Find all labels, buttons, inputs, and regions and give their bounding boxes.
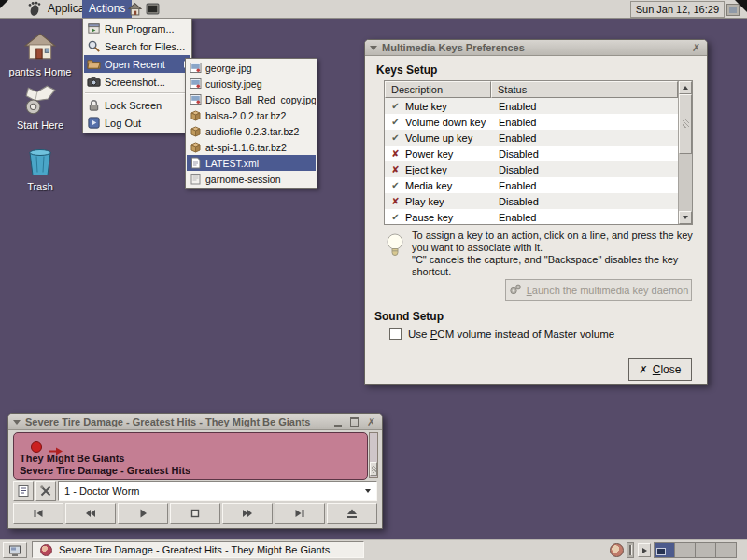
- workspace-3[interactable]: [695, 542, 716, 558]
- play-button[interactable]: [118, 503, 168, 524]
- recent-item-label: audiofile-0.2.3.tar.bz2: [205, 126, 299, 137]
- rewind-button[interactable]: [65, 503, 116, 524]
- track-selector-combo[interactable]: 1 - Doctor Worm: [58, 481, 377, 501]
- column-header-status[interactable]: Status: [491, 81, 678, 98]
- workspace-4[interactable]: [715, 542, 737, 558]
- desktop-icon-home[interactable]: pants's Home: [0, 31, 80, 77]
- recent-item[interactable]: audiofile-0.2.3.tar.bz2: [187, 123, 316, 139]
- document-file-icon: [190, 173, 202, 185]
- scroll-down-button[interactable]: [679, 211, 692, 224]
- table-row[interactable]: ✘Eject keyDisabled: [385, 161, 678, 177]
- notification-applet-icon[interactable]: [610, 543, 624, 557]
- taskbar-task-button[interactable]: Severe Tire Damage - Greatest Hits - The…: [32, 541, 364, 558]
- close-window-button[interactable]: ✗: [690, 42, 702, 54]
- trash-icon: [26, 145, 54, 177]
- close-window-button[interactable]: ✗: [365, 416, 377, 428]
- minimize-button[interactable]: [331, 416, 344, 428]
- previous-icon: [33, 508, 44, 519]
- pcm-checkbox-row: Use PCM volume instead of Master volume: [389, 328, 614, 340]
- volume-slider[interactable]: [369, 432, 378, 478]
- pager-arrow-button[interactable]: [638, 543, 651, 557]
- close-x-icon: ✗: [640, 364, 648, 376]
- keys-setup-heading: Keys Setup: [376, 63, 437, 77]
- recent-item[interactable]: garnome-session: [187, 171, 316, 187]
- terminal-launcher-icon[interactable]: [146, 2, 160, 20]
- scroll-up-button[interactable]: [679, 81, 692, 94]
- workspace-2[interactable]: [674, 542, 696, 558]
- recent-item-selected[interactable]: LATEST.xml: [187, 155, 316, 171]
- table-row[interactable]: ✘Power keyDisabled: [385, 146, 678, 161]
- mixer-button[interactable]: [35, 481, 56, 501]
- home-launcher-icon[interactable]: [128, 2, 142, 20]
- gears-icon: [509, 283, 522, 298]
- volume-slider-handle[interactable]: [370, 462, 377, 476]
- maximize-icon: [350, 417, 359, 427]
- fast-forward-button[interactable]: [222, 503, 273, 524]
- menu-separator: [85, 92, 190, 94]
- table-row[interactable]: ✔Volume down keyEnabled: [385, 114, 678, 130]
- column-header-description[interactable]: Description: [385, 81, 491, 98]
- recent-item[interactable]: curiosity.jpeg: [187, 76, 316, 91]
- key-name: Pause key: [402, 212, 490, 223]
- workspace-1[interactable]: [654, 542, 675, 558]
- recent-item[interactable]: Disco_Ball_Red_copy.jpg: [187, 91, 316, 107]
- menu-item-open-recent[interactable]: Open Recent: [84, 55, 190, 73]
- next-icon: [294, 508, 305, 519]
- recent-item-label: curiosity.jpeg: [205, 78, 262, 90]
- launch-daemon-button[interactable]: Launch the multimedia key daemon: [505, 279, 692, 301]
- next-track-button[interactable]: [275, 503, 325, 524]
- status-mark: ✔: [389, 212, 402, 222]
- table-row[interactable]: ✘Play keyDisabled: [385, 193, 678, 209]
- menu-item-run-program[interactable]: Run Program...: [84, 20, 190, 37]
- keys-table: Description Status ✔Mute keyEnabled ✔Vol…: [384, 80, 693, 225]
- minimize-icon: [334, 418, 342, 427]
- scrollbar-thumb[interactable]: [679, 94, 692, 154]
- table-row[interactable]: ✔Media keyEnabled: [385, 177, 678, 193]
- menu-item-screenshot[interactable]: Screenshot...: [84, 73, 190, 91]
- table-row[interactable]: ✔Mute keyEnabled: [385, 98, 678, 114]
- menu-item-log-out[interactable]: Log Out: [84, 114, 190, 132]
- eject-button[interactable]: [327, 503, 377, 524]
- rewind-icon: [85, 508, 96, 519]
- desktop-icon-start-here[interactable]: Start Here: [0, 85, 80, 131]
- close-button[interactable]: ✗ Close: [628, 358, 692, 381]
- menu-item-lock-screen[interactable]: Lock Screen: [84, 96, 190, 114]
- close-icon: ✗: [692, 42, 700, 54]
- status-mark: ✘: [389, 196, 402, 206]
- close-icon: ✗: [367, 416, 375, 428]
- image-file-icon: [190, 62, 202, 74]
- previous-track-button[interactable]: [13, 503, 63, 524]
- media-player-window: Severe Tire Damage - Greatest Hits - The…: [7, 413, 383, 529]
- table-row[interactable]: ✔Volume up keyEnabled: [385, 130, 678, 146]
- table-row[interactable]: ✔Pause keyEnabled: [385, 209, 678, 224]
- key-status: Disabled: [490, 196, 539, 207]
- recent-item[interactable]: balsa-2.0.2.tar.bz2: [187, 107, 316, 123]
- recent-item-label: garnome-session: [205, 174, 281, 185]
- menu-item-label: Run Program...: [105, 23, 175, 35]
- panel-drag-handle[interactable]: [627, 542, 634, 558]
- recent-item[interactable]: at-spi-1.1.6.tar.bz2: [187, 139, 316, 155]
- status-mark: ✘: [389, 148, 402, 159]
- key-name: Mute key: [402, 101, 490, 112]
- key-name: Play key: [402, 196, 490, 207]
- stop-button[interactable]: [170, 503, 220, 524]
- dialog-titlebar[interactable]: Multimedia Keys Preferences ✗: [365, 40, 707, 56]
- window-menu-icon[interactable]: [13, 420, 21, 425]
- show-desktop-button[interactable]: [3, 542, 27, 558]
- clock-applet[interactable]: Sun Jan 12, 16:29: [630, 1, 725, 18]
- playlist-icon: [17, 484, 30, 497]
- recent-item[interactable]: george.jpg: [187, 60, 316, 76]
- recent-item-label: LATEST.xml: [205, 158, 259, 169]
- window-menu-icon[interactable]: [370, 46, 377, 50]
- actions-menu[interactable]: Actions: [82, 0, 132, 18]
- desktop-icon-trash[interactable]: Trash: [0, 145, 80, 192]
- maximize-button[interactable]: [348, 416, 360, 428]
- player-titlebar[interactable]: Severe Tire Damage - Greatest Hits - The…: [8, 414, 382, 430]
- stop-icon: [190, 508, 201, 519]
- menu-item-search-files[interactable]: Search for Files...: [84, 37, 190, 55]
- table-scrollbar[interactable]: [678, 81, 692, 224]
- mixer-tools-icon: [39, 484, 52, 497]
- pcm-checkbox[interactable]: [389, 328, 402, 340]
- player-app-icon: [40, 544, 52, 556]
- playlist-button[interactable]: [13, 481, 34, 501]
